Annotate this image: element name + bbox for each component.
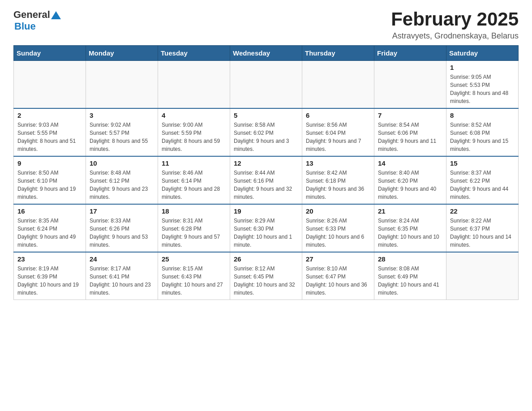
calendar-cell: 18Sunrise: 8:31 AMSunset: 6:28 PMDayligh… [158,204,230,252]
weekday-header-friday: Friday [374,46,446,61]
calendar-week-row: 16Sunrise: 8:35 AMSunset: 6:24 PMDayligh… [14,204,519,252]
weekday-header-tuesday: Tuesday [158,46,230,61]
weekday-header-sunday: Sunday [14,46,86,61]
day-info: Sunrise: 8:08 AMSunset: 6:49 PMDaylight:… [378,265,442,297]
weekday-header-wednesday: Wednesday [230,46,302,61]
month-year-title: February 2025 [391,9,519,30]
day-info: Sunrise: 8:33 AMSunset: 6:26 PMDaylight:… [90,217,154,249]
calendar-cell: 2Sunrise: 9:03 AMSunset: 5:55 PMDaylight… [14,108,86,156]
logo: General Blue [13,9,61,32]
day-info: Sunrise: 8:22 AMSunset: 6:37 PMDaylight:… [450,217,515,249]
calendar-cell: 9Sunrise: 8:50 AMSunset: 6:10 PMDaylight… [14,156,86,204]
calendar-cell: 4Sunrise: 9:00 AMSunset: 5:59 PMDaylight… [158,108,230,156]
calendar-cell [14,61,86,109]
calendar-cell: 22Sunrise: 8:22 AMSunset: 6:37 PMDayligh… [446,204,519,252]
day-info: Sunrise: 8:19 AMSunset: 6:39 PMDaylight:… [17,265,82,297]
day-number: 11 [162,159,226,167]
calendar-cell: 11Sunrise: 8:46 AMSunset: 6:14 PMDayligh… [158,156,230,204]
page-header: General Blue February 2025 Astravyets, G… [13,9,519,41]
calendar-cell: 10Sunrise: 8:48 AMSunset: 6:12 PMDayligh… [86,156,158,204]
day-info: Sunrise: 8:10 AMSunset: 6:47 PMDaylight:… [306,265,370,297]
day-info: Sunrise: 8:54 AMSunset: 6:06 PMDaylight:… [378,121,442,153]
calendar-cell: 28Sunrise: 8:08 AMSunset: 6:49 PMDayligh… [374,252,446,300]
day-info: Sunrise: 8:31 AMSunset: 6:28 PMDaylight:… [162,217,226,249]
day-number: 1 [450,64,515,71]
day-number: 23 [17,255,82,263]
day-info: Sunrise: 8:29 AMSunset: 6:30 PMDaylight:… [234,217,298,249]
day-number: 16 [17,207,82,215]
day-number: 26 [234,255,298,263]
calendar-cell: 5Sunrise: 8:58 AMSunset: 6:02 PMDaylight… [230,108,302,156]
day-info: Sunrise: 8:12 AMSunset: 6:45 PMDaylight:… [234,265,298,297]
calendar-week-row: 1Sunrise: 9:05 AMSunset: 5:53 PMDaylight… [14,61,519,109]
calendar-cell: 14Sunrise: 8:40 AMSunset: 6:20 PMDayligh… [374,156,446,204]
day-info: Sunrise: 8:46 AMSunset: 6:14 PMDaylight:… [162,169,226,201]
day-info: Sunrise: 8:52 AMSunset: 6:08 PMDaylight:… [450,121,515,153]
calendar-cell: 20Sunrise: 8:26 AMSunset: 6:33 PMDayligh… [302,204,374,252]
day-number: 3 [90,111,154,119]
day-info: Sunrise: 9:03 AMSunset: 5:55 PMDaylight:… [17,121,82,153]
calendar-cell: 26Sunrise: 8:12 AMSunset: 6:45 PMDayligh… [230,252,302,300]
day-number: 8 [450,111,515,119]
logo-general-text: General [13,9,50,21]
day-info: Sunrise: 8:56 AMSunset: 6:04 PMDaylight:… [306,121,370,153]
calendar-cell [230,61,302,109]
weekday-header-saturday: Saturday [446,46,519,61]
calendar-cell: 7Sunrise: 8:54 AMSunset: 6:06 PMDaylight… [374,108,446,156]
day-number: 19 [234,207,298,215]
day-info: Sunrise: 9:05 AMSunset: 5:53 PMDaylight:… [450,73,515,105]
location-subtitle: Astravyets, Grodnenskaya, Belarus [391,31,519,41]
day-info: Sunrise: 9:02 AMSunset: 5:57 PMDaylight:… [90,121,154,153]
calendar-week-row: 9Sunrise: 8:50 AMSunset: 6:10 PMDaylight… [14,156,519,204]
day-info: Sunrise: 8:42 AMSunset: 6:18 PMDaylight:… [306,169,370,201]
calendar-cell: 8Sunrise: 8:52 AMSunset: 6:08 PMDaylight… [446,108,519,156]
day-info: Sunrise: 8:37 AMSunset: 6:22 PMDaylight:… [450,169,515,201]
logo-blue-text: Blue [14,21,36,32]
day-info: Sunrise: 9:00 AMSunset: 5:59 PMDaylight:… [162,121,226,153]
calendar-cell: 25Sunrise: 8:15 AMSunset: 6:43 PMDayligh… [158,252,230,300]
calendar-cell [302,61,374,109]
calendar-week-row: 23Sunrise: 8:19 AMSunset: 6:39 PMDayligh… [14,252,519,300]
calendar-cell [374,61,446,109]
day-number: 9 [17,159,82,167]
calendar-cell [86,61,158,109]
calendar-cell: 23Sunrise: 8:19 AMSunset: 6:39 PMDayligh… [14,252,86,300]
day-number: 10 [90,159,154,167]
day-number: 21 [378,207,442,215]
calendar-cell: 21Sunrise: 8:24 AMSunset: 6:35 PMDayligh… [374,204,446,252]
day-info: Sunrise: 8:50 AMSunset: 6:10 PMDaylight:… [17,169,82,201]
calendar-cell: 19Sunrise: 8:29 AMSunset: 6:30 PMDayligh… [230,204,302,252]
day-info: Sunrise: 8:48 AMSunset: 6:12 PMDaylight:… [90,169,154,201]
day-number: 28 [378,255,442,263]
calendar-cell [446,252,519,300]
calendar-cell: 15Sunrise: 8:37 AMSunset: 6:22 PMDayligh… [446,156,519,204]
day-info: Sunrise: 8:40 AMSunset: 6:20 PMDaylight:… [378,169,442,201]
calendar-cell: 13Sunrise: 8:42 AMSunset: 6:18 PMDayligh… [302,156,374,204]
day-number: 6 [306,111,370,119]
calendar-cell: 16Sunrise: 8:35 AMSunset: 6:24 PMDayligh… [14,204,86,252]
svg-marker-0 [51,11,61,19]
day-info: Sunrise: 8:15 AMSunset: 6:43 PMDaylight:… [162,265,226,297]
day-number: 22 [450,207,515,215]
day-number: 17 [90,207,154,215]
day-info: Sunrise: 8:24 AMSunset: 6:35 PMDaylight:… [378,217,442,249]
calendar-cell: 17Sunrise: 8:33 AMSunset: 6:26 PMDayligh… [86,204,158,252]
calendar-cell: 3Sunrise: 9:02 AMSunset: 5:57 PMDaylight… [86,108,158,156]
day-info: Sunrise: 8:58 AMSunset: 6:02 PMDaylight:… [234,121,298,153]
logo-triangle-icon [51,10,61,20]
day-number: 5 [234,111,298,119]
day-number: 7 [378,111,442,119]
weekday-header-monday: Monday [86,46,158,61]
day-number: 18 [162,207,226,215]
day-number: 13 [306,159,370,167]
calendar-cell: 6Sunrise: 8:56 AMSunset: 6:04 PMDaylight… [302,108,374,156]
weekday-header-thursday: Thursday [302,46,374,61]
day-number: 14 [378,159,442,167]
calendar-header-row: SundayMondayTuesdayWednesdayThursdayFrid… [14,46,519,61]
day-number: 24 [90,255,154,263]
calendar-cell: 24Sunrise: 8:17 AMSunset: 6:41 PMDayligh… [86,252,158,300]
day-info: Sunrise: 8:17 AMSunset: 6:41 PMDaylight:… [90,265,154,297]
day-number: 27 [306,255,370,263]
day-number: 2 [17,111,82,119]
calendar-cell [158,61,230,109]
